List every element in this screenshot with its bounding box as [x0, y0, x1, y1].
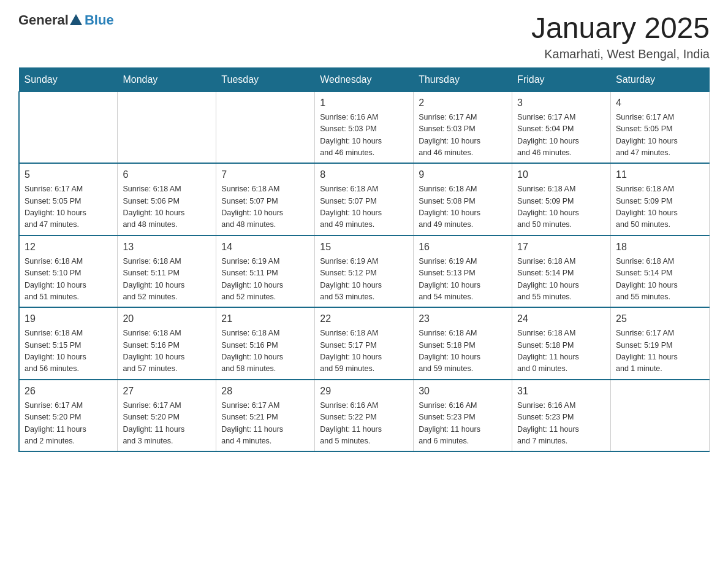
calendar-week-4: 19Sunrise: 6:18 AM Sunset: 5:15 PM Dayli… — [19, 307, 710, 380]
day-number: 18 — [616, 240, 704, 255]
day-number: 6 — [123, 167, 211, 182]
weekday-header-saturday: Saturday — [611, 67, 710, 91]
day-info: Sunrise: 6:19 AM Sunset: 5:13 PM Dayligh… — [419, 256, 507, 304]
day-info: Sunrise: 6:17 AM Sunset: 5:20 PM Dayligh… — [123, 400, 211, 448]
day-info: Sunrise: 6:18 AM Sunset: 5:10 PM Dayligh… — [25, 256, 112, 304]
calendar-table: SundayMondayTuesdayWednesdayThursdayFrid… — [18, 67, 710, 453]
day-number: 4 — [616, 96, 704, 110]
weekday-header-tuesday: Tuesday — [216, 67, 315, 91]
calendar-cell: 2Sunrise: 6:17 AM Sunset: 5:03 PM Daylig… — [414, 91, 512, 163]
day-info: Sunrise: 6:18 AM Sunset: 5:18 PM Dayligh… — [419, 327, 507, 375]
day-number: 7 — [221, 167, 309, 182]
day-info: Sunrise: 6:18 AM Sunset: 5:09 PM Dayligh… — [616, 183, 704, 231]
calendar-cell: 25Sunrise: 6:17 AM Sunset: 5:19 PM Dayli… — [611, 307, 710, 380]
day-info: Sunrise: 6:18 AM Sunset: 5:11 PM Dayligh… — [123, 256, 211, 304]
day-number: 9 — [419, 167, 507, 182]
day-number: 28 — [221, 384, 309, 399]
calendar-cell: 29Sunrise: 6:16 AM Sunset: 5:22 PM Dayli… — [315, 380, 414, 452]
calendar-cell: 19Sunrise: 6:18 AM Sunset: 5:15 PM Dayli… — [19, 307, 118, 380]
day-number: 20 — [123, 312, 211, 326]
day-number: 14 — [221, 240, 309, 255]
day-info: Sunrise: 6:19 AM Sunset: 5:12 PM Dayligh… — [320, 256, 408, 304]
logo-text-blue: Blue — [85, 12, 114, 28]
calendar-week-5: 26Sunrise: 6:17 AM Sunset: 5:20 PM Dayli… — [19, 380, 710, 452]
calendar-cell: 12Sunrise: 6:18 AM Sunset: 5:10 PM Dayli… — [19, 236, 118, 308]
day-number: 22 — [320, 312, 408, 326]
calendar-cell: 1Sunrise: 6:16 AM Sunset: 5:03 PM Daylig… — [315, 91, 414, 163]
day-info: Sunrise: 6:17 AM Sunset: 5:05 PM Dayligh… — [25, 183, 112, 231]
day-number: 2 — [419, 96, 507, 110]
calendar-cell — [118, 91, 216, 163]
day-number: 3 — [517, 96, 605, 110]
day-number: 1 — [320, 96, 408, 110]
day-number: 10 — [517, 167, 605, 182]
day-number: 26 — [25, 384, 112, 399]
logo: General Blue — [18, 12, 114, 28]
day-info: Sunrise: 6:18 AM Sunset: 5:17 PM Dayligh… — [320, 327, 408, 375]
day-number: 24 — [517, 312, 605, 326]
day-info: Sunrise: 6:18 AM Sunset: 5:18 PM Dayligh… — [517, 327, 605, 375]
page-header: General Blue January 2025 Kamarhati, Wes… — [18, 12, 710, 61]
weekday-header-wednesday: Wednesday — [315, 67, 414, 91]
logo-triangle-icon — [70, 14, 82, 25]
day-info: Sunrise: 6:17 AM Sunset: 5:04 PM Dayligh… — [517, 112, 605, 159]
day-info: Sunrise: 6:17 AM Sunset: 5:05 PM Dayligh… — [616, 112, 704, 159]
day-number: 11 — [616, 167, 704, 182]
calendar-cell: 9Sunrise: 6:18 AM Sunset: 5:08 PM Daylig… — [414, 163, 512, 236]
day-info: Sunrise: 6:18 AM Sunset: 5:09 PM Dayligh… — [517, 183, 605, 231]
weekday-header-monday: Monday — [118, 67, 216, 91]
calendar-cell: 26Sunrise: 6:17 AM Sunset: 5:20 PM Dayli… — [19, 380, 118, 452]
calendar-body: 1Sunrise: 6:16 AM Sunset: 5:03 PM Daylig… — [19, 91, 710, 451]
day-info: Sunrise: 6:17 AM Sunset: 5:19 PM Dayligh… — [616, 327, 704, 375]
logo-text-general: General — [18, 12, 69, 28]
calendar-cell: 17Sunrise: 6:18 AM Sunset: 5:14 PM Dayli… — [512, 236, 611, 308]
calendar-cell: 4Sunrise: 6:17 AM Sunset: 5:05 PM Daylig… — [611, 91, 710, 163]
calendar-cell: 31Sunrise: 6:16 AM Sunset: 5:23 PM Dayli… — [512, 380, 611, 452]
day-info: Sunrise: 6:16 AM Sunset: 5:03 PM Dayligh… — [320, 112, 408, 159]
calendar-cell: 13Sunrise: 6:18 AM Sunset: 5:11 PM Dayli… — [118, 236, 216, 308]
day-info: Sunrise: 6:16 AM Sunset: 5:22 PM Dayligh… — [320, 400, 408, 448]
day-number: 19 — [25, 312, 112, 326]
day-info: Sunrise: 6:18 AM Sunset: 5:15 PM Dayligh… — [25, 327, 112, 375]
day-info: Sunrise: 6:17 AM Sunset: 5:21 PM Dayligh… — [221, 400, 309, 448]
calendar-week-2: 5Sunrise: 6:17 AM Sunset: 5:05 PM Daylig… — [19, 163, 710, 236]
calendar-cell: 24Sunrise: 6:18 AM Sunset: 5:18 PM Dayli… — [512, 307, 611, 380]
day-number: 29 — [320, 384, 408, 399]
day-info: Sunrise: 6:19 AM Sunset: 5:11 PM Dayligh… — [221, 256, 309, 304]
calendar-cell: 8Sunrise: 6:18 AM Sunset: 5:07 PM Daylig… — [315, 163, 414, 236]
calendar-cell — [216, 91, 315, 163]
calendar-cell: 22Sunrise: 6:18 AM Sunset: 5:17 PM Dayli… — [315, 307, 414, 380]
calendar-cell: 27Sunrise: 6:17 AM Sunset: 5:20 PM Dayli… — [118, 380, 216, 452]
calendar-cell: 10Sunrise: 6:18 AM Sunset: 5:09 PM Dayli… — [512, 163, 611, 236]
day-number: 15 — [320, 240, 408, 255]
calendar-subtitle: Kamarhati, West Bengal, India — [531, 47, 710, 61]
day-info: Sunrise: 6:18 AM Sunset: 5:14 PM Dayligh… — [616, 256, 704, 304]
day-number: 12 — [25, 240, 112, 255]
day-info: Sunrise: 6:17 AM Sunset: 5:20 PM Dayligh… — [25, 400, 112, 448]
day-info: Sunrise: 6:18 AM Sunset: 5:16 PM Dayligh… — [221, 327, 309, 375]
calendar-cell: 3Sunrise: 6:17 AM Sunset: 5:04 PM Daylig… — [512, 91, 611, 163]
day-info: Sunrise: 6:18 AM Sunset: 5:07 PM Dayligh… — [320, 183, 408, 231]
calendar-cell — [19, 91, 118, 163]
calendar-cell: 23Sunrise: 6:18 AM Sunset: 5:18 PM Dayli… — [414, 307, 512, 380]
day-number: 31 — [517, 384, 605, 399]
calendar-cell: 18Sunrise: 6:18 AM Sunset: 5:14 PM Dayli… — [611, 236, 710, 308]
weekday-header-friday: Friday — [512, 67, 611, 91]
calendar-header: SundayMondayTuesdayWednesdayThursdayFrid… — [19, 67, 710, 91]
calendar-cell: 16Sunrise: 6:19 AM Sunset: 5:13 PM Dayli… — [414, 236, 512, 308]
calendar-cell: 28Sunrise: 6:17 AM Sunset: 5:21 PM Dayli… — [216, 380, 315, 452]
day-number: 13 — [123, 240, 211, 255]
calendar-cell: 15Sunrise: 6:19 AM Sunset: 5:12 PM Dayli… — [315, 236, 414, 308]
calendar-cell: 11Sunrise: 6:18 AM Sunset: 5:09 PM Dayli… — [611, 163, 710, 236]
calendar-week-3: 12Sunrise: 6:18 AM Sunset: 5:10 PM Dayli… — [19, 236, 710, 308]
day-info: Sunrise: 6:18 AM Sunset: 5:07 PM Dayligh… — [221, 183, 309, 231]
calendar-cell: 30Sunrise: 6:16 AM Sunset: 5:23 PM Dayli… — [414, 380, 512, 452]
day-info: Sunrise: 6:17 AM Sunset: 5:03 PM Dayligh… — [419, 112, 507, 159]
day-info: Sunrise: 6:16 AM Sunset: 5:23 PM Dayligh… — [419, 400, 507, 448]
calendar-cell: 6Sunrise: 6:18 AM Sunset: 5:06 PM Daylig… — [118, 163, 216, 236]
calendar-cell: 21Sunrise: 6:18 AM Sunset: 5:16 PM Dayli… — [216, 307, 315, 380]
day-number: 17 — [517, 240, 605, 255]
day-number: 25 — [616, 312, 704, 326]
weekday-row: SundayMondayTuesdayWednesdayThursdayFrid… — [19, 67, 710, 91]
day-info: Sunrise: 6:18 AM Sunset: 5:14 PM Dayligh… — [517, 256, 605, 304]
